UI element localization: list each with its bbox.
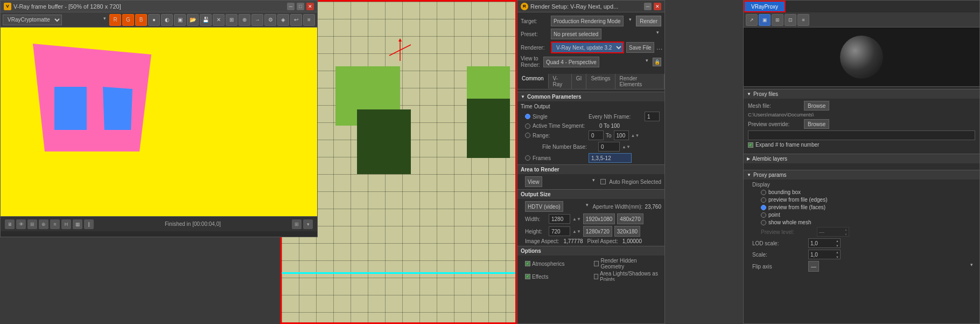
effects-checkbox[interactable]: ✓ xyxy=(525,274,530,279)
flip-axis-dropdown[interactable]: — xyxy=(808,261,819,272)
expand-hash-label: Expand # to frame number xyxy=(755,142,819,148)
width-input[interactable] xyxy=(549,214,570,224)
area-lights-checkbox[interactable] xyxy=(594,274,599,279)
save-file-button[interactable]: Save File xyxy=(626,42,654,53)
render-button[interactable]: Render xyxy=(636,16,661,26)
tool-arrow[interactable]: ↗ xyxy=(746,14,758,26)
settings-btn[interactable]: ⚙ xyxy=(264,14,276,26)
tab-settings[interactable]: Settings xyxy=(586,74,615,89)
area-to-render-header[interactable]: Area to Render xyxy=(517,164,664,174)
point-radio[interactable] xyxy=(761,212,766,218)
r-channel-btn[interactable]: R xyxy=(109,14,121,26)
save-btn[interactable]: 💾 xyxy=(200,14,212,26)
file-number-input[interactable] xyxy=(598,142,620,151)
status-icon-3[interactable]: ⊞ xyxy=(27,219,37,229)
minimize-button[interactable]: ─ xyxy=(287,3,295,10)
menu-btn[interactable]: ≡ xyxy=(303,14,315,26)
output-size-header[interactable]: Output Size xyxy=(517,189,664,199)
preview-level-up[interactable]: ▲ xyxy=(843,227,849,232)
overlay-btn[interactable]: ◈ xyxy=(277,14,289,26)
status-icon-8[interactable]: ‖ xyxy=(84,219,94,229)
tool-modify[interactable]: ▣ xyxy=(759,14,771,26)
atmospherics-checkbox[interactable]: ✓ xyxy=(525,261,530,266)
cryptomatte-dropdown[interactable]: VRayCryptomatte xyxy=(3,15,62,25)
tab-vray[interactable]: V-Ray xyxy=(549,74,572,89)
proxy-files-header[interactable]: ▼ Proxy files xyxy=(744,89,979,99)
preview-level-spinner[interactable]: — ▲ ▼ xyxy=(817,227,849,237)
height-input[interactable] xyxy=(549,226,570,236)
preset-1920-btn[interactable]: 1920x1080 xyxy=(583,213,615,224)
scale-up[interactable]: ▲ xyxy=(835,250,840,254)
rs-minimize-button[interactable]: ─ xyxy=(644,3,652,10)
expand-btn[interactable]: ⊞ xyxy=(226,14,237,26)
more-options-icon[interactable]: … xyxy=(656,44,663,51)
status-icon-collapse[interactable]: ▾ xyxy=(303,219,313,229)
preset-dropdown[interactable]: No preset selected xyxy=(551,29,601,39)
preview-faces-radio[interactable] xyxy=(761,205,766,210)
scale-spinner[interactable]: 1,0 ▲ ▼ xyxy=(808,250,841,259)
frames-input[interactable] xyxy=(589,153,632,163)
status-icon-7[interactable]: ▦ xyxy=(73,219,82,229)
scale-down[interactable]: ▼ xyxy=(835,254,840,259)
zoom-btn[interactable]: ⊕ xyxy=(239,14,250,26)
lod-scale-down[interactable]: ▼ xyxy=(835,243,840,248)
preview-edges-radio[interactable] xyxy=(761,197,766,203)
range-radio[interactable] xyxy=(525,133,530,138)
status-icon-5[interactable]: ≡ xyxy=(50,219,60,229)
expand-hash-checkbox[interactable]: ✓ xyxy=(748,142,753,148)
range-from-input[interactable] xyxy=(589,130,604,140)
preview-override-input[interactable] xyxy=(748,130,975,140)
common-params-header[interactable]: ▼ Common Parameters xyxy=(517,92,664,101)
format-dropdown[interactable]: HDTV (video) xyxy=(525,201,563,212)
tool-hierarchy[interactable]: ⊞ xyxy=(772,14,783,26)
status-icon-6[interactable]: H xyxy=(61,219,71,229)
grid-btn[interactable]: ▣ xyxy=(174,14,186,26)
tab-common[interactable]: Common xyxy=(517,74,549,89)
auto-region-checkbox[interactable] xyxy=(600,179,606,184)
half-circle-btn[interactable]: ◐ xyxy=(161,14,173,26)
proxy-params-header[interactable]: ▼ Proxy params xyxy=(744,170,979,180)
arrow-btn[interactable]: → xyxy=(251,14,263,26)
b-channel-btn[interactable]: B xyxy=(135,14,147,26)
mesh-file-browse-btn[interactable]: Browse xyxy=(804,101,829,111)
lock-icon[interactable]: 🔒 xyxy=(653,58,661,66)
lod-scale-up[interactable]: ▲ xyxy=(835,238,840,243)
history-btn[interactable]: ↩ xyxy=(290,14,302,26)
close-channel-btn[interactable]: ✕ xyxy=(213,14,225,26)
lod-scale-spinner[interactable]: 1,0 ▲ ▼ xyxy=(808,238,841,248)
view-dropdown[interactable]: Quad 4 - Perspective xyxy=(543,57,599,67)
single-radio[interactable] xyxy=(525,114,530,119)
show-whole-radio[interactable] xyxy=(761,220,766,225)
preset-480-btn[interactable]: 480x270 xyxy=(617,213,643,224)
render-hidden-checkbox[interactable] xyxy=(594,261,599,266)
preset-320-btn[interactable]: 320x180 xyxy=(614,226,640,237)
tool-motion[interactable]: ⊡ xyxy=(785,14,796,26)
range-to-input[interactable] xyxy=(614,130,629,140)
bounding-box-radio[interactable] xyxy=(761,190,766,195)
frames-radio[interactable] xyxy=(525,155,530,161)
every-nth-input[interactable] xyxy=(645,112,660,121)
active-time-radio[interactable] xyxy=(525,123,530,129)
rs-close-button[interactable]: ✕ xyxy=(654,3,661,10)
status-icon-1[interactable]: 🖥 xyxy=(5,219,15,229)
status-icon-expand[interactable]: ⊞ xyxy=(292,219,302,229)
maximize-button[interactable]: □ xyxy=(297,3,304,10)
preview-override-browse-btn[interactable]: Browse xyxy=(804,119,829,129)
close-button[interactable]: ✕ xyxy=(306,3,314,10)
tab-render-elements[interactable]: Render Elements xyxy=(615,74,664,89)
status-icon-2[interactable]: 👁 xyxy=(16,219,26,229)
tab-gi[interactable]: GI xyxy=(572,74,587,89)
alembic-layers-header[interactable]: ▶ Alembic layers xyxy=(744,154,979,163)
vrayproxy-tab[interactable]: VRayProxy xyxy=(744,1,786,12)
tool-utilities[interactable]: ≡ xyxy=(797,14,809,26)
g-channel-btn[interactable]: G xyxy=(122,14,134,26)
renderer-dropdown[interactable]: V-Ray Next, update 3.2 xyxy=(551,42,624,53)
target-dropdown[interactable]: Production Rendering Mode xyxy=(551,16,624,26)
status-icon-4[interactable]: ⊕ xyxy=(39,219,48,229)
preset-1280-btn[interactable]: 1280x720 xyxy=(583,226,612,237)
area-view-dropdown[interactable]: View xyxy=(525,176,542,187)
folder-btn[interactable]: 📂 xyxy=(187,14,199,26)
circle-btn[interactable]: ● xyxy=(148,14,160,26)
options-header[interactable]: Options xyxy=(517,246,664,256)
preview-level-down[interactable]: ▼ xyxy=(843,232,849,237)
